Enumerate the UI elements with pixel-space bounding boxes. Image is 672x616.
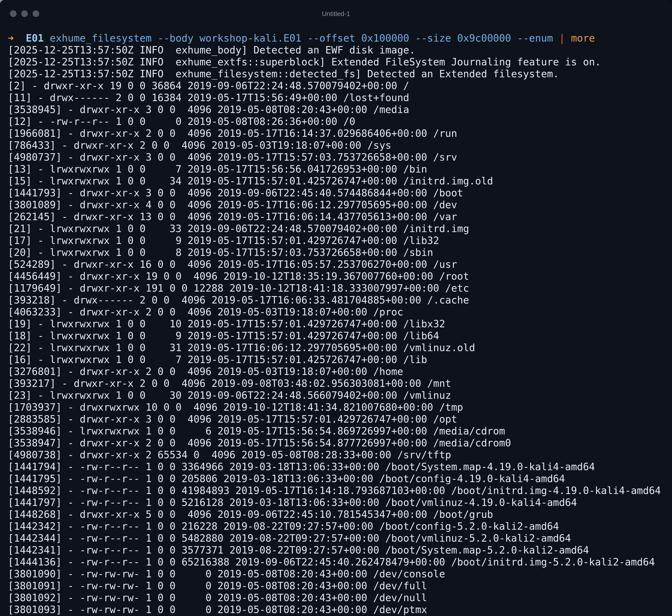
fs-entry-line: [3538945] - drwxr-xr-x 3 0 0 4096 2019-0…	[8, 104, 672, 115]
fs-entry-line: [4980737] - drwxr-xr-x 3 0 0 4096 2019-0…	[8, 151, 672, 163]
fs-entry-line: [3801093] - -rw-rw-rw- 1 0 0 0 2019-05-0…	[8, 604, 672, 616]
terminal-window: Untitled-1 ➜ E01 exhume_filesystem --bod…	[0, 0, 672, 616]
prompt-gap	[565, 32, 571, 44]
fs-entry-line: [1442341] - -rw-r--r-- 1 0 0 3577371 201…	[8, 544, 672, 556]
fs-entry-line: [524289] - drwxr-xr-x 16 0 0 4096 2019-0…	[8, 258, 672, 270]
fs-entry-line: [1703937] - drwxrwxrwx 10 0 0 4096 2019-…	[8, 401, 672, 413]
fs-entry-line: [3801091] - -rw-rw-rw- 1 0 0 0 2019-05-0…	[8, 580, 672, 592]
fs-entry-line: [22] - lrwxrwxrwx 1 0 0 31 2019-05-17T16…	[8, 342, 672, 354]
fs-entry-line: [1966081] - drwxr-xr-x 2 0 0 4096 2019-0…	[8, 127, 672, 139]
fs-entry-line: [3801090] - -rw-rw-rw- 1 0 0 0 2019-05-0…	[8, 568, 672, 580]
fs-entry-line: [393218] - drwx------ 2 0 0 4096 2019-05…	[8, 294, 672, 306]
fs-entry-line: [1441795] - -rw-r--r-- 1 0 0 205806 2019…	[8, 473, 672, 485]
fs-entry-line: [2] - drwxr-xr-x 19 0 0 36864 2019-09-06…	[8, 80, 672, 92]
fs-entry-line: [786433] - drwxr-xr-x 2 0 0 4096 2019-05…	[8, 139, 672, 151]
prompt-pager: more	[571, 32, 595, 44]
log-line: [2025-12-25T13:57:50Z INFO exhume_filesy…	[8, 68, 672, 80]
fs-entry-line: [2883585] - drwxr-xr-x 3 0 0 4096 2019-0…	[8, 413, 672, 425]
fs-entry-line: [4456449] - drwxr-xr-x 19 0 0 4096 2019-…	[8, 270, 672, 282]
fs-entry-line: [1448268] - drwxr-xr-x 5 0 0 4096 2019-0…	[8, 509, 672, 520]
fs-entry-line: [21] - lrwxrwxrwx 1 0 0 33 2019-09-06T22…	[8, 223, 672, 234]
prompt-pipe: |	[559, 32, 565, 44]
fs-entry-line: [3538947] - drwxr-xr-x 2 0 0 4096 2019-0…	[8, 437, 672, 449]
log-line: [2025-12-25T13:57:50Z INFO exhume_body] …	[8, 44, 672, 56]
fs-entry-line: [23] - lrwxrwxrwx 1 0 0 30 2019-09-06T22…	[8, 390, 672, 401]
fs-entry-line: [17] - lrwxrwxrwx 1 0 0 9 2019-05-17T15:…	[8, 234, 672, 246]
fs-entry-line: [15] - lrwxrwxrwx 1 0 0 34 2019-05-17T15…	[8, 175, 672, 187]
fs-entry-line: [4063233] - drwxr-xr-x 2 0 0 4096 2019-0…	[8, 306, 672, 318]
fs-entry-line: [19] - lrwxrwxrwx 1 0 0 10 2019-05-17T15…	[8, 318, 672, 330]
fs-entry-line: [4980738] - drwxr-xr-x 2 65534 0 4096 20…	[8, 449, 672, 461]
fs-entry-line: [1444136] - -rw-r--r-- 1 0 0 65216388 20…	[8, 556, 672, 568]
fs-entry-line: [11] - drwx------ 2 0 0 16384 2019-05-17…	[8, 92, 672, 104]
fs-entry-line: [3801089] - drwxr-xr-x 4 0 0 4096 2019-0…	[8, 199, 672, 211]
fs-entry-line: [3276801] - drwxr-xr-x 2 0 0 4096 2019-0…	[8, 366, 672, 378]
fs-entry-line: [12] - -rw-r--r-- 1 0 0 0 2019-05-08T08:…	[8, 115, 672, 127]
fs-entry-line: [16] - lrwxrwxrwx 1 0 0 7 2019-05-17T15:…	[8, 354, 672, 366]
fs-entry-line: [262145] - drwxr-xr-x 13 0 0 4096 2019-0…	[8, 211, 672, 223]
prompt-gap	[14, 32, 26, 44]
prompt-cwd: E01	[26, 32, 44, 44]
fs-entry-line: [1448592] - -rw-r--r-- 1 0 0 41984893 20…	[8, 485, 672, 497]
titlebar[interactable]: Untitled-1	[0, 0, 672, 27]
fs-entry-line: [1442344] - -rw-r--r-- 1 0 0 5482880 201…	[8, 532, 672, 544]
fs-entry-line: [1179649] - drwxr-xr-x 191 0 0 12288 201…	[8, 282, 672, 294]
fs-entry-line: [18] - lrwxrwxrwx 1 0 0 9 2019-05-17T15:…	[8, 330, 672, 342]
log-line: [2025-12-25T13:57:50Z INFO exhume_extfs:…	[8, 56, 672, 68]
fs-entry-line: [20] - lrwxrwxrwx 1 0 0 8 2019-05-17T15:…	[8, 246, 672, 258]
fs-entry-line: [13] - lrwxrwxrwx 1 0 0 7 2019-05-17T15:…	[8, 163, 672, 175]
prompt-gap	[553, 32, 559, 44]
prompt-arrow: ➜	[8, 32, 14, 44]
fs-entry-line: [1441797] - -rw-r--r-- 1 0 0 5216128 201…	[8, 497, 672, 509]
fs-entry-line: [1441794] - -rw-r--r-- 1 0 0 3364966 201…	[8, 461, 672, 473]
fs-entry-line: [1441793] - drwxr-xr-x 3 0 0 4096 2019-0…	[8, 187, 672, 199]
fs-entry-line: [3801092] - -rw-rw-rw- 1 0 0 0 2019-05-0…	[8, 592, 672, 604]
terminal-output[interactable]: ➜ E01 exhume_filesystem --body workshop-…	[8, 32, 672, 616]
fs-entry-line: [1442342] - -rw-r--r-- 1 0 0 216228 2019…	[8, 520, 672, 532]
prompt-line: ➜ E01 exhume_filesystem --body workshop-…	[8, 32, 672, 44]
window-title: Untitled-1	[0, 10, 672, 18]
prompt-command: exhume_filesystem --body workshop-kali.E…	[50, 32, 553, 44]
fs-entry-line: [393217] - drwxr-xr-x 2 0 0 4096 2019-09…	[8, 378, 672, 390]
fs-entry-line: [3538946] - lrwxrwxrwx 1 0 0 6 2019-05-1…	[8, 425, 672, 437]
prompt-gap	[44, 32, 50, 44]
